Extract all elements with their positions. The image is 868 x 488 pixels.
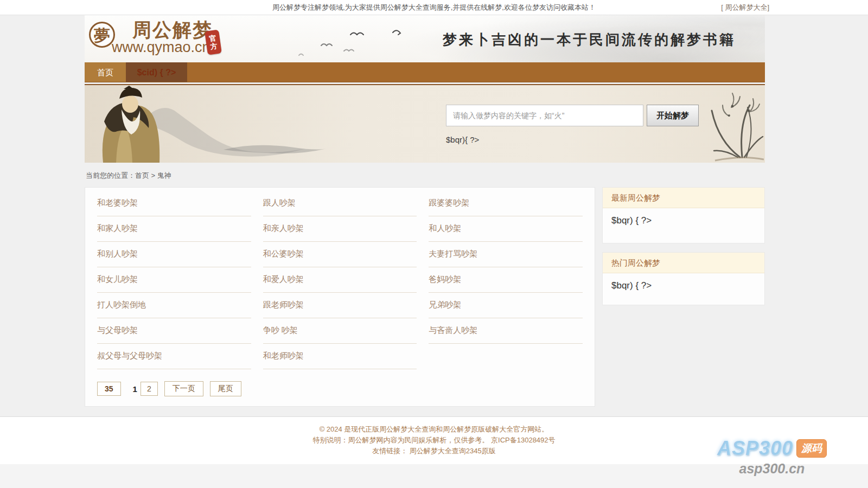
list-item[interactable]: 和老师吵架 — [263, 344, 417, 369]
topbar-site-link[interactable]: [ 周公解梦大全] — [721, 0, 769, 15]
asp300-logo: ASP300 — [717, 437, 793, 460]
breadcrumb-prefix: 当前您的位置： — [86, 171, 135, 179]
list-item[interactable]: 夫妻打骂吵架 — [429, 242, 583, 267]
asp300-url: asp300.cn — [717, 461, 827, 477]
hot-dreams-title: 热门周公解梦 — [603, 253, 764, 273]
main-nav: 首页 $cid) { ?> — [85, 62, 765, 82]
orchid-illustration — [693, 86, 764, 163]
topbar: 周公解梦专注解梦领域,为大家提供周公解梦大全查询服务,并提供在线解梦,欢迎各位梦… — [0, 0, 868, 15]
hot-dreams-broken-content: $bqr) { ?> — [603, 273, 764, 305]
dream-topic-list-panel: 和老婆吵架跟人吵架跟婆婆吵架和家人吵架和亲人吵架和人吵架和别人吵架和公婆吵架夫妻… — [85, 187, 595, 407]
pagination-current-page: 1 — [133, 384, 137, 394]
nav-item-home[interactable]: 首页 — [85, 62, 126, 82]
breadcrumb-home-link[interactable]: 首页 — [135, 171, 149, 179]
footer-links-label: 友情链接： — [372, 447, 407, 455]
list-item[interactable]: 争吵 吵架 — [263, 318, 417, 344]
zhougong-sage-illustration — [88, 86, 392, 163]
list-item[interactable]: 和公婆吵架 — [263, 242, 417, 267]
official-seal-icon: 官 方 — [205, 29, 222, 55]
asp300-watermark: ASP300 源码 asp300.cn — [717, 437, 827, 477]
footer-copyright: © 2024 是现代正版周公解梦大全查询和周公解梦原版破解大全官方网站。 — [0, 424, 868, 435]
list-item[interactable]: 和老婆吵架 — [97, 191, 251, 216]
header: 夢 周公解梦 www.qymao.cn 官 方 梦来卜吉凶的一本于民间流传的解梦… — [85, 15, 765, 62]
list-item[interactable]: 跟婆婆吵架 — [429, 191, 583, 216]
breadcrumb: 当前您的位置：首页 > 鬼神 — [85, 163, 765, 187]
page-body: 夢 周公解梦 www.qymao.cn 官 方 梦来卜吉凶的一本于民间流传的解梦… — [0, 15, 868, 416]
latest-dreams-title: 最新周公解梦 — [603, 188, 764, 208]
pagination-page-2[interactable]: 2 — [141, 382, 158, 396]
start-interpret-button[interactable]: 开始解梦 — [647, 105, 699, 126]
hot-dreams-box: 热门周公解梦 $bqr) { ?> — [602, 252, 765, 305]
latest-dreams-broken-content: $bqr) { ?> — [603, 208, 764, 243]
birds-icon — [269, 27, 410, 60]
list-item[interactable]: 跟老师吵架 — [263, 293, 417, 318]
list-item[interactable]: 与吝啬人吵架 — [429, 318, 583, 344]
latest-dreams-box: 最新周公解梦 $bqr) { ?> — [602, 187, 765, 243]
site-url: www.qymao.cn — [112, 39, 210, 56]
list-item[interactable]: 与父母吵架 — [97, 318, 251, 344]
footer-link-2345[interactable]: 周公解梦大全查询2345原版 — [410, 447, 496, 455]
dream-search-input[interactable] — [446, 105, 643, 126]
pagination-next-button[interactable]: 下一页 — [164, 381, 203, 396]
banner-broken-template-text: $bqr){ ?> — [446, 135, 479, 144]
search-banner: 开始解梦 $bqr){ ?> — [85, 84, 765, 163]
site-tagline: 梦来卜吉凶的一本于民间流传的解梦书籍 — [421, 30, 757, 49]
list-item[interactable]: 爸妈吵架 — [429, 267, 583, 293]
list-item[interactable]: 跟人吵架 — [263, 191, 417, 216]
list-item[interactable]: 和亲人吵架 — [263, 216, 417, 242]
pagination: 35 1 2 下一页 尾页 — [97, 381, 583, 396]
list-item[interactable]: 打人吵架倒地 — [97, 293, 251, 318]
list-item[interactable]: 和爱人吵架 — [263, 267, 417, 293]
pagination-total-pages[interactable]: 35 — [97, 382, 121, 396]
breadcrumb-current: 鬼神 — [157, 171, 171, 179]
sidebar: 最新周公解梦 $bqr) { ?> 热门周公解梦 $bqr) { ?> — [602, 187, 765, 407]
list-item[interactable]: 兄弟吵架 — [429, 293, 583, 318]
source-code-badge: 源码 — [796, 439, 827, 458]
list-item[interactable]: 和别人吵架 — [97, 242, 251, 267]
logo-dream-icon: 夢 — [89, 22, 115, 48]
breadcrumb-separator: > — [149, 171, 157, 179]
list-item[interactable]: 和女儿吵架 — [97, 267, 251, 293]
links-grid: 和老婆吵架跟人吵架跟婆婆吵架和家人吵架和亲人吵架和人吵架和别人吵架和公婆吵架夫妻… — [97, 191, 583, 369]
list-item[interactable]: 和人吵架 — [429, 216, 583, 242]
list-item[interactable]: 和家人吵架 — [97, 216, 251, 242]
list-item[interactable]: 叔父母与父母吵架 — [97, 344, 251, 369]
nav-item-broken-template[interactable]: $cid) { ?> — [126, 62, 187, 82]
pagination-last-button[interactable]: 尾页 — [210, 381, 241, 396]
seal-char-2: 方 — [210, 42, 218, 51]
